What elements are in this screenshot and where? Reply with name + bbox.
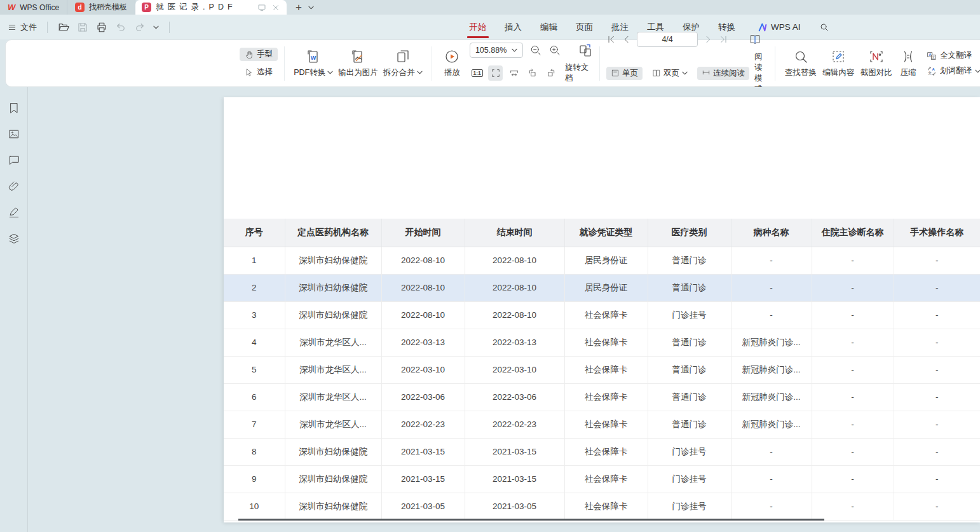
save-icon[interactable] (77, 22, 88, 33)
split-merge-button[interactable]: 拆分合并 (381, 49, 425, 78)
word-translate-label: 划词翻译 (940, 65, 972, 76)
open-file-icon[interactable] (58, 22, 69, 33)
continuous-reading-button[interactable]: 连续阅读 (697, 67, 749, 80)
table-row: 9深圳市妇幼保健院2021-03-152021-03-15社会保障卡门诊挂号--… (224, 465, 980, 493)
chevron-down-icon (512, 48, 517, 52)
table-cell: 2 (224, 274, 285, 301)
tab-wps-home[interactable]: W WPS Office (0, 0, 67, 15)
hand-icon (245, 50, 254, 59)
rotate-right-button[interactable] (544, 65, 559, 81)
pdf-convert-button[interactable]: W PDF转换 (291, 49, 336, 78)
tab-docer-templates[interactable]: d 找稻壳模板 (67, 0, 135, 15)
find-replace-label: 查找替换 (785, 67, 817, 78)
play-button[interactable]: 播放 (439, 49, 466, 78)
table-cell: - (731, 301, 812, 329)
compress-button[interactable]: 压缩 (895, 49, 922, 78)
table-cell: 门诊挂号 (648, 465, 731, 493)
file-menu-button[interactable]: 文件 (8, 22, 37, 33)
table-cell: - (894, 356, 980, 383)
table-row: 6深圳市龙华区人...2022-03-062022-03-06社会保障卡普通门诊… (224, 383, 980, 411)
menu-item[interactable]: 页面 (576, 15, 593, 39)
table-cell: - (731, 465, 812, 493)
hand-tool-button[interactable]: 手型 (240, 48, 278, 61)
rotate-left-button[interactable] (525, 65, 540, 81)
fit-width-button[interactable] (507, 65, 521, 81)
table-row: 1深圳市妇幼保健院2022-08-102022-08-10居民身份证普通门诊--… (224, 247, 980, 274)
table-cell: - (894, 465, 980, 493)
close-tab-icon[interactable] (271, 3, 280, 12)
table-cell: - (812, 329, 894, 356)
first-page-icon[interactable] (606, 34, 616, 44)
edit-content-button[interactable]: 编辑内容 (820, 49, 857, 78)
zoom-in-icon[interactable] (548, 44, 561, 57)
share-to-screen-icon[interactable] (257, 3, 266, 12)
compress-icon (901, 49, 916, 64)
table-cell: - (812, 383, 894, 411)
previous-page-icon[interactable] (622, 34, 632, 44)
replace-pages-icon[interactable] (578, 43, 593, 58)
table-cell: 2022-08-10 (465, 274, 564, 301)
table-header-cell: 序号 (224, 219, 285, 247)
hamburger-icon (8, 23, 17, 32)
table-cell: 门诊挂号 (648, 493, 731, 520)
menu-item[interactable]: 插入 (505, 15, 522, 39)
rotate-doc-label[interactable]: 旋转文档 (565, 62, 593, 84)
print-icon[interactable] (96, 22, 107, 33)
table-cell: 深圳市龙华区人... (285, 356, 381, 383)
find-replace-button[interactable]: 查找替换 (782, 49, 819, 78)
actual-size-button[interactable]: 1:1 (470, 65, 484, 81)
table-cell: 深圳市妇幼保健院 (285, 438, 381, 465)
single-page-button[interactable]: 单页 (606, 67, 643, 80)
table-header-cell: 住院主诊断名称 (812, 219, 894, 247)
table-cell: - (812, 465, 894, 493)
attachments-panel-button[interactable] (7, 179, 21, 193)
continuous-reading-icon (702, 69, 711, 78)
word-translate-button[interactable]: A文 划词翻译 (927, 65, 980, 76)
fit-page-button[interactable] (488, 65, 503, 81)
wps-pdf-window: W WPS Office d 找稻壳模板 P 就医记录.PDF + 文件 (0, 0, 980, 532)
page-number-input[interactable]: 4/4 (637, 32, 698, 47)
new-tab-button[interactable]: + (296, 2, 302, 13)
rotate-left-icon (527, 68, 538, 78)
full-text-translate-button[interactable]: A文 全文翻译 (927, 50, 980, 61)
image-icon (8, 128, 20, 140)
thumbnails-panel-button[interactable] (7, 127, 21, 141)
double-page-button[interactable]: 双页 (648, 67, 692, 80)
single-page-label: 单页 (622, 68, 638, 79)
tab-list-chevron-icon[interactable] (308, 6, 314, 10)
wps-ai-button[interactable]: WPS AI (758, 22, 801, 32)
signature-panel-button[interactable] (7, 205, 21, 219)
redo-icon[interactable] (134, 22, 146, 33)
export-as-image-button[interactable]: 输出为图片 (336, 49, 380, 78)
menu-item[interactable]: 编辑 (540, 15, 557, 39)
chevron-down-icon (327, 71, 333, 74)
read-mode-icon (749, 33, 761, 46)
menu-search-button[interactable] (819, 22, 829, 32)
svg-text:文: 文 (928, 71, 932, 75)
table-cell: 2022-02-23 (465, 411, 564, 438)
zoom-level-select[interactable]: 105.88% (470, 43, 523, 58)
bookmarks-panel-button[interactable] (7, 101, 21, 115)
last-page-icon[interactable] (718, 34, 728, 44)
one-to-one-icon: 1:1 (472, 69, 483, 78)
table-cell: 2022-03-13 (381, 329, 465, 356)
undo-icon[interactable] (115, 22, 126, 33)
menu-item[interactable]: 开始 (469, 15, 486, 39)
table-cell: 2022-08-10 (465, 247, 564, 274)
comments-panel-button[interactable] (7, 153, 21, 167)
select-tool-button[interactable]: 选择 (240, 65, 278, 79)
table-header-cell: 医疗类别 (648, 219, 731, 247)
quick-access-chevron-icon[interactable] (153, 25, 159, 29)
screenshot-compare-button[interactable]: 截图对比 (857, 49, 895, 78)
table-cell: 社会保障卡 (564, 329, 648, 356)
zoom-out-icon[interactable] (529, 44, 542, 57)
next-page-icon[interactable] (703, 34, 713, 44)
layers-panel-button[interactable] (7, 231, 21, 245)
divider (599, 46, 600, 81)
table-cell: 2022-08-10 (381, 274, 465, 301)
table-cell: - (894, 383, 980, 411)
table-cell: 新冠肺炎门诊... (731, 329, 812, 356)
table-cell: 2022-03-06 (381, 383, 465, 411)
tab-document-active[interactable]: P 就医记录.PDF (135, 0, 287, 15)
table-cell: 普通门诊 (648, 274, 731, 301)
